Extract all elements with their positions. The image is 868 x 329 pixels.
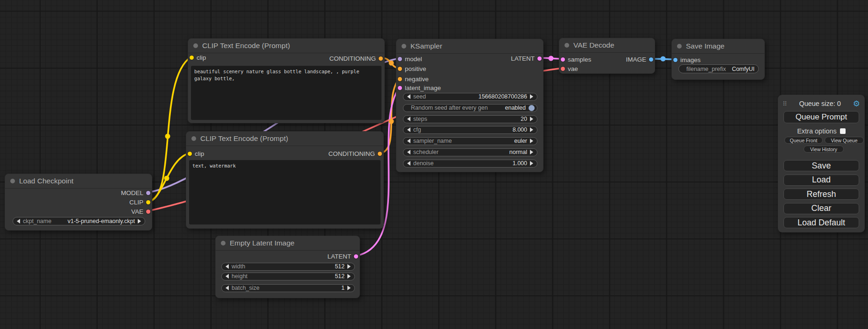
widget-value: enabled — [505, 105, 526, 111]
collapse-dot-icon[interactable] — [402, 44, 406, 49]
prompt-textarea[interactable]: text, watermark — [189, 160, 381, 224]
link-dot[interactable] — [389, 61, 394, 66]
model-port-dot[interactable] — [146, 191, 150, 195]
decrement-arrow-icon[interactable] — [17, 219, 20, 224]
widget-width[interactable]: width 512 — [221, 263, 355, 271]
collapse-dot-icon[interactable] — [677, 44, 682, 49]
view-queue-button[interactable]: View Queue — [825, 137, 864, 144]
increment-arrow-icon[interactable] — [530, 161, 533, 166]
node-title: KSampler — [410, 42, 442, 50]
increment-arrow-icon[interactable] — [530, 117, 533, 121]
latent-port-dot[interactable] — [398, 86, 402, 90]
model-port-dot[interactable] — [398, 57, 402, 61]
widget-label: steps — [413, 116, 427, 122]
node-header[interactable]: CLIP Text Encode (Prompt) — [186, 132, 383, 146]
clear-button[interactable]: Clear — [783, 203, 859, 214]
collapse-dot-icon[interactable] — [10, 179, 15, 183]
conditioning-port-dot[interactable] — [378, 152, 382, 156]
link-dot[interactable] — [164, 176, 169, 181]
image-port-dot[interactable] — [673, 58, 677, 62]
increment-arrow-icon[interactable] — [530, 150, 533, 154]
refresh-button[interactable]: Refresh — [783, 189, 859, 200]
node-vae-decode[interactable]: VAE Decode samples vae IMAGE — [559, 38, 655, 74]
increment-arrow-icon[interactable] — [347, 286, 351, 290]
increment-arrow-icon[interactable] — [530, 127, 533, 132]
latent-port-dot[interactable] — [561, 57, 565, 62]
decrement-arrow-icon[interactable] — [226, 274, 229, 279]
conditioning-port-dot[interactable] — [379, 56, 383, 61]
link-dot[interactable] — [661, 56, 666, 62]
load-default-button[interactable]: Load Default — [783, 217, 859, 228]
increment-arrow-icon[interactable] — [530, 94, 533, 99]
node-header[interactable]: KSampler — [396, 39, 543, 54]
collapse-dot-icon[interactable] — [565, 43, 569, 48]
decrement-arrow-icon[interactable] — [407, 127, 410, 132]
load-button[interactable]: Load — [783, 175, 859, 186]
decrement-arrow-icon[interactable] — [407, 117, 410, 121]
decrement-arrow-icon[interactable] — [407, 150, 410, 154]
link-dot[interactable] — [389, 119, 394, 124]
widget-scheduler[interactable]: scheduler normal — [403, 148, 537, 156]
increment-arrow-icon[interactable] — [138, 219, 141, 224]
increment-arrow-icon[interactable] — [530, 139, 533, 143]
save-button[interactable]: Save — [783, 160, 859, 171]
node-clip-text-encode-negative[interactable]: CLIP Text Encode (Prompt) clip CONDITION… — [186, 131, 384, 229]
drag-handle-icon[interactable] — [783, 101, 787, 107]
conditioning-port-dot[interactable] — [398, 77, 402, 81]
decrement-arrow-icon[interactable] — [407, 94, 410, 99]
node-header[interactable]: Empty Latent Image — [216, 236, 360, 251]
settings-gear-icon[interactable] — [853, 100, 860, 108]
decrement-arrow-icon[interactable] — [226, 264, 229, 269]
prompt-textarea[interactable]: beautiful scenery nature glass bottle la… — [191, 66, 381, 120]
node-header[interactable]: CLIP Text Encode (Prompt) — [188, 39, 384, 53]
widget-denoise[interactable]: denoise 1.000 — [403, 160, 537, 168]
widget-sampler-name[interactable]: sampler_name euler — [403, 137, 537, 145]
node-load-checkpoint[interactable]: Load Checkpoint MODEL CLIP VAE ckpt_name… — [5, 174, 152, 231]
widget-random-seed-toggle[interactable]: Random seed after every gen enabled — [403, 104, 537, 112]
vae-port-dot[interactable] — [561, 67, 565, 71]
decrement-arrow-icon[interactable] — [407, 161, 410, 166]
widget-seed[interactable]: seed 156680208700286 — [403, 93, 537, 101]
node-empty-latent-image[interactable]: Empty Latent Image LATENT width 512 heig… — [215, 236, 360, 298]
widget-height[interactable]: height 512 — [221, 273, 355, 280]
collapse-dot-icon[interactable] — [191, 136, 196, 141]
view-history-button[interactable]: View History — [804, 146, 844, 153]
link-dot[interactable] — [549, 56, 554, 61]
conditioning-port-dot[interactable] — [398, 67, 402, 71]
queue-front-button[interactable]: Queue Front — [784, 137, 823, 144]
node-title: VAE Decode — [573, 41, 614, 49]
widget-label: width — [232, 263, 245, 270]
queue-panel: Queue size: 0 Queue Prompt Extra options… — [778, 95, 865, 232]
widget-batch-size[interactable]: batch_size 1 — [221, 284, 355, 292]
clip-port-dot[interactable] — [146, 200, 150, 204]
clip-port-dot[interactable] — [188, 152, 192, 156]
clip-port-dot[interactable] — [190, 56, 194, 60]
node-graph-canvas[interactable]: Load Checkpoint MODEL CLIP VAE ckpt_name… — [0, 0, 868, 329]
increment-arrow-icon[interactable] — [347, 274, 351, 279]
node-clip-text-encode-positive[interactable]: CLIP Text Encode (Prompt) clip CONDITION… — [188, 38, 385, 123]
widget-ckpt-name[interactable]: ckpt_name v1-5-pruned-emaonly.ckpt — [13, 217, 145, 225]
widget-label: Random seed after every gen — [411, 105, 488, 111]
node-header[interactable]: Save Image — [672, 39, 764, 54]
node-header[interactable]: VAE Decode — [559, 38, 655, 53]
latent-port-dot[interactable] — [354, 254, 358, 259]
queue-prompt-button[interactable]: Queue Prompt — [783, 111, 859, 123]
collapse-dot-icon[interactable] — [193, 43, 198, 48]
extra-options-checkbox[interactable] — [840, 128, 846, 134]
latent-port-dot[interactable] — [537, 56, 542, 61]
node-save-image[interactable]: Save Image images filename_prefix ComfyU… — [671, 39, 765, 80]
port-label: clip — [195, 150, 204, 157]
image-port-dot[interactable] — [649, 57, 653, 62]
node-ksampler[interactable]: KSampler model positive negative latent_… — [396, 39, 543, 172]
widget-steps[interactable]: steps 20 — [403, 115, 537, 123]
increment-arrow-icon[interactable] — [347, 264, 351, 269]
decrement-arrow-icon[interactable] — [226, 286, 229, 290]
widget-filename-prefix[interactable]: filename_prefix ComfyUI — [678, 64, 759, 73]
toggle-knob-icon[interactable] — [529, 105, 535, 111]
node-header[interactable]: Load Checkpoint — [5, 174, 152, 189]
link-dot[interactable] — [165, 134, 170, 139]
vae-port-dot[interactable] — [146, 210, 150, 214]
decrement-arrow-icon[interactable] — [407, 139, 410, 143]
widget-cfg[interactable]: cfg 8.000 — [403, 126, 537, 134]
collapse-dot-icon[interactable] — [221, 241, 226, 245]
